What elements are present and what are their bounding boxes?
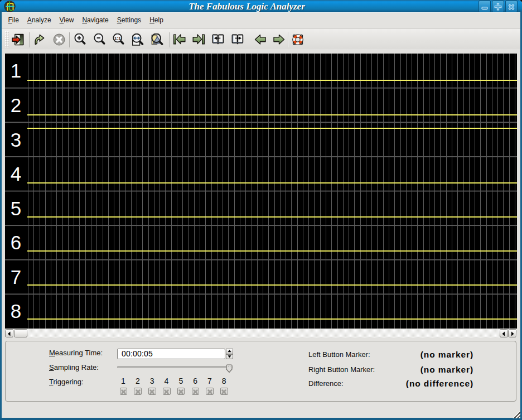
svg-text:7: 7 bbox=[11, 266, 21, 288]
svg-text:6: 6 bbox=[11, 231, 21, 253]
svg-text:1:1: 1:1 bbox=[114, 36, 121, 41]
svg-text:2: 2 bbox=[11, 94, 21, 116]
svg-text:3: 3 bbox=[11, 129, 21, 151]
svg-text:5: 5 bbox=[11, 197, 21, 219]
svg-text:8: 8 bbox=[11, 300, 21, 322]
svg-text:4: 4 bbox=[11, 163, 21, 185]
svg-text:1: 1 bbox=[11, 60, 21, 81]
